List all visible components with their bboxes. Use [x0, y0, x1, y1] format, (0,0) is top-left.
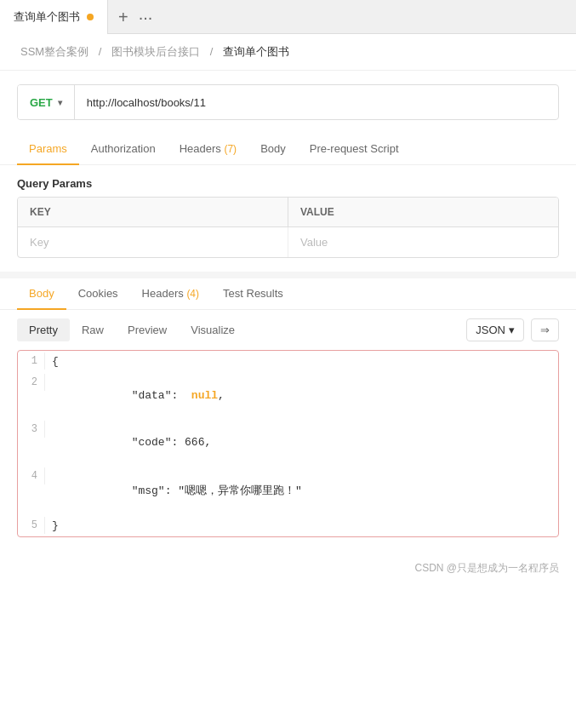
- format-dropdown-label: JSON: [476, 324, 505, 336]
- res-tab-test-results[interactable]: Test Results: [211, 278, 295, 310]
- json-brace-close: }: [52, 517, 59, 535]
- tab-bar: 查询单个图书 + ···: [0, 0, 576, 34]
- url-input[interactable]: [75, 96, 558, 109]
- breadcrumb-sep-1: /: [99, 45, 102, 58]
- line-number: 2: [18, 374, 45, 391]
- json-line-content-3: "code": 666,: [52, 421, 211, 464]
- main-content: SSM整合案例 / 图书模块后台接口 / 查询单个图书 GET ▾ Params…: [0, 34, 576, 728]
- format-pretty[interactable]: Pretty: [17, 318, 70, 341]
- chevron-down-icon: ▾: [58, 98, 62, 107]
- params-col-val: VALUE: [288, 198, 558, 226]
- json-brace-open: {: [52, 353, 59, 370]
- breadcrumb-sep-2: /: [210, 45, 214, 58]
- res-tab-headers[interactable]: Headers (4): [130, 278, 211, 310]
- json-line-5: 5 }: [18, 515, 558, 536]
- json-response-block: 1 { 2 "data": null, 3 "code": 666, 4 "ms…: [17, 350, 559, 537]
- format-select: JSON ▾ ⇒: [466, 318, 559, 341]
- json-line-4: 4 "msg": "嗯嗯，异常你哪里跑！": [18, 466, 558, 515]
- active-tab[interactable]: 查询单个图书: [0, 0, 108, 34]
- line-number: 4: [18, 467, 45, 484]
- headers-badge: (7): [224, 143, 237, 155]
- res-headers-badge: (4): [186, 288, 199, 300]
- footer: CSDN @只是想成为一名程序员: [0, 551, 576, 586]
- tab-params[interactable]: Params: [17, 134, 79, 165]
- params-table: KEY VALUE Key Value: [17, 197, 559, 258]
- url-bar: GET ▾: [17, 84, 559, 120]
- json-line-2: 2 "data": null,: [18, 372, 558, 419]
- tab-actions: + ···: [108, 9, 163, 26]
- line-number: 5: [18, 517, 45, 534]
- tab-pre-request-script[interactable]: Pre-request Script: [298, 134, 411, 165]
- params-value-input[interactable]: Value: [288, 227, 558, 257]
- wrap-button[interactable]: ⇒: [531, 318, 559, 341]
- line-number: 1: [18, 353, 45, 370]
- format-dropdown[interactable]: JSON ▾: [466, 318, 524, 341]
- tab-body[interactable]: Body: [248, 134, 298, 165]
- breadcrumb: SSM整合案例 / 图书模块后台接口 / 查询单个图书: [0, 34, 576, 71]
- breadcrumb-part-2[interactable]: 图书模块后台接口: [111, 45, 200, 58]
- more-options-button[interactable]: ···: [139, 9, 153, 26]
- format-bar: Pretty Raw Preview Visualize JSON ▾ ⇒: [0, 310, 576, 350]
- json-line-content-4: "msg": "嗯嗯，异常你哪里跑！": [52, 467, 302, 513]
- section-divider: [0, 272, 576, 278]
- footer-text: CSDN @只是想成为一名程序员: [414, 562, 559, 574]
- params-row: Key Value: [18, 227, 558, 257]
- json-line-content-2: "data": null,: [52, 374, 225, 417]
- chevron-down-icon: ▾: [509, 324, 515, 336]
- breadcrumb-current: 查询单个图书: [223, 45, 289, 58]
- method-selector[interactable]: GET ▾: [18, 85, 75, 119]
- res-tab-cookies[interactable]: Cookies: [66, 278, 130, 310]
- params-header: KEY VALUE: [18, 198, 558, 227]
- query-params-title: Query Params: [0, 165, 576, 197]
- tab-authorization[interactable]: Authorization: [79, 134, 168, 165]
- json-line-3: 3 "code": 666,: [18, 419, 558, 466]
- json-line-1: 1 {: [18, 351, 558, 372]
- line-number: 3: [18, 421, 45, 438]
- format-visualize[interactable]: Visualize: [179, 318, 247, 341]
- breadcrumb-part-1[interactable]: SSM整合案例: [20, 45, 88, 58]
- res-tab-body[interactable]: Body: [17, 278, 66, 310]
- params-key-input[interactable]: Key: [18, 227, 288, 257]
- format-raw[interactable]: Raw: [70, 318, 116, 341]
- tab-dot: [87, 14, 94, 20]
- tab-headers[interactable]: Headers (7): [168, 134, 248, 165]
- response-tabs: Body Cookies Headers (4) Test Results: [0, 278, 576, 310]
- request-tabs: Params Authorization Headers (7) Body Pr…: [0, 134, 576, 165]
- method-label: GET: [30, 96, 53, 109]
- tab-label: 查询单个图书: [14, 9, 80, 25]
- params-col-key: KEY: [18, 198, 288, 226]
- add-tab-button[interactable]: +: [118, 9, 128, 26]
- format-preview[interactable]: Preview: [116, 318, 179, 341]
